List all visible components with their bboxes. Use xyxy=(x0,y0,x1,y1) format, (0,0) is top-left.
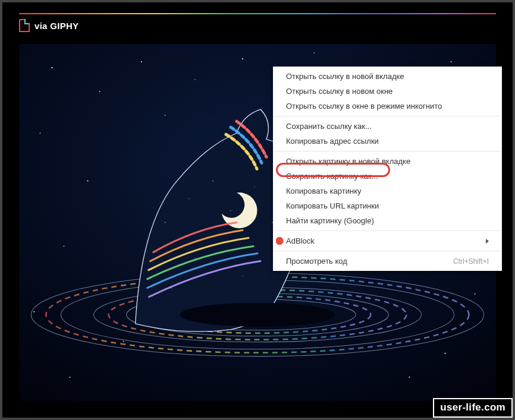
adblock-icon xyxy=(275,237,284,245)
svg-point-11 xyxy=(40,132,41,134)
svg-point-18 xyxy=(445,353,446,354)
ctx-label: Копировать адрес ссылки xyxy=(286,137,379,146)
svg-point-35 xyxy=(212,180,213,181)
chevron-right-icon xyxy=(486,239,489,244)
svg-point-42 xyxy=(180,303,335,327)
ctx-label: Сохранить ссылку как... xyxy=(286,122,372,131)
svg-point-16 xyxy=(33,311,34,312)
ctx-label: Копировать URL картинки xyxy=(286,201,379,210)
header-via-label[interactable]: via GIPHY xyxy=(34,21,78,31)
ctx-label: AdBlock xyxy=(286,236,315,245)
context-menu: Открыть ссылку в новой вкладке Открыть с… xyxy=(273,67,502,271)
ctx-separator xyxy=(273,251,502,251)
ctx-open-link-new-tab[interactable]: Открыть ссылку в новой вкладке xyxy=(273,69,502,84)
ctx-label: Открыть ссылку в новой вкладке xyxy=(286,72,404,81)
ctx-label: Найти картинку (Google) xyxy=(286,216,374,225)
ctx-copy-image-url[interactable]: Копировать URL картинки xyxy=(273,198,502,213)
svg-point-39 xyxy=(194,258,196,259)
watermark: user-life.com xyxy=(433,398,513,418)
ctx-label: Сохранить картинку как... xyxy=(286,172,378,181)
svg-point-17 xyxy=(475,293,476,295)
svg-point-9 xyxy=(451,61,452,62)
ctx-label: Открыть картинку в новой вкладке xyxy=(286,157,410,166)
ctx-copy-image[interactable]: Копировать картинку xyxy=(273,184,502,198)
svg-point-19 xyxy=(313,52,315,53)
ctx-shortcut: Ctrl+Shift+I xyxy=(453,257,489,266)
ctx-label: Просмотреть код xyxy=(286,257,347,266)
ctx-open-image-new-tab[interactable]: Открыть картинку в новой вкладке xyxy=(273,154,502,169)
file-icon xyxy=(19,19,30,32)
ctx-inspect[interactable]: Просмотреть код Ctrl+Shift+I xyxy=(273,254,502,269)
svg-point-37 xyxy=(254,187,255,187)
ctx-save-image-as[interactable]: Сохранить картинку как... xyxy=(273,169,502,184)
svg-point-34 xyxy=(189,198,189,199)
svg-point-20 xyxy=(165,115,165,115)
ctx-copy-link-address[interactable]: Копировать адрес ссылки xyxy=(273,134,502,149)
ctx-separator xyxy=(273,116,502,116)
app-frame: via GIPHY xyxy=(0,0,515,420)
svg-point-4 xyxy=(194,79,195,80)
ctx-label: Копировать картинку xyxy=(286,187,361,195)
ctx-open-link-new-window[interactable]: Открыть ссылку в новом окне xyxy=(273,84,502,99)
svg-point-33 xyxy=(165,222,166,223)
svg-point-22 xyxy=(70,377,71,378)
ctx-label: Открыть ссылку в новом окне xyxy=(286,87,392,96)
svg-point-5 xyxy=(242,58,243,59)
svg-point-3 xyxy=(141,61,142,62)
ctx-label: Открыть ссылку в окне в режиме инкогнито xyxy=(286,102,442,110)
ctx-save-link-as[interactable]: Сохранить ссылку как... xyxy=(273,119,502,134)
svg-point-2 xyxy=(99,91,101,92)
svg-point-12 xyxy=(87,180,89,181)
svg-point-36 xyxy=(230,210,231,211)
ctx-search-image-google[interactable]: Найти картинку (Google) xyxy=(273,213,502,228)
svg-point-40 xyxy=(242,276,243,276)
svg-point-1 xyxy=(51,67,52,68)
header: via GIPHY xyxy=(19,19,78,32)
rainbow-divider xyxy=(19,13,496,14)
svg-point-23 xyxy=(123,341,124,342)
ctx-separator xyxy=(273,230,502,231)
ctx-adblock[interactable]: AdBlock xyxy=(273,233,502,248)
ctx-separator xyxy=(273,151,502,151)
ctx-open-link-incognito[interactable]: Открыть ссылку в окне в режиме инкогнито xyxy=(273,99,502,113)
svg-point-15 xyxy=(64,246,65,247)
svg-point-24 xyxy=(409,377,410,378)
